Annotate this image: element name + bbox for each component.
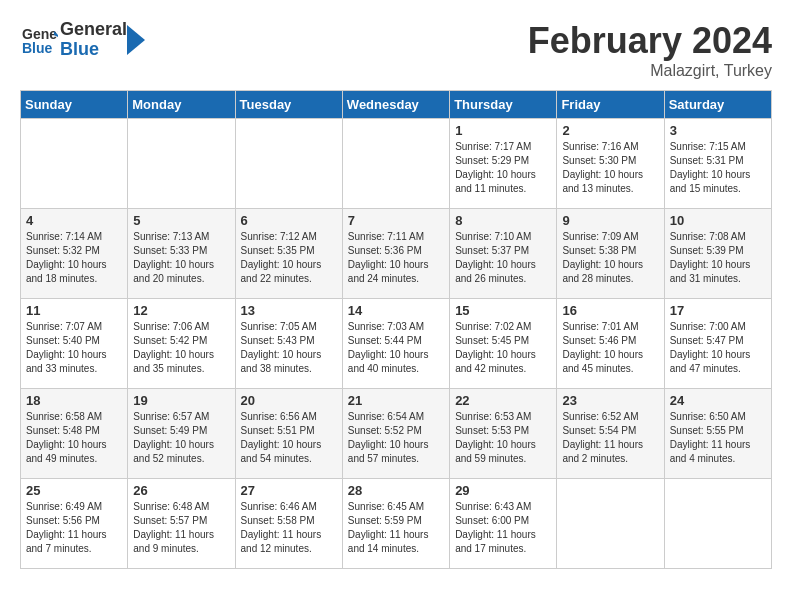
day-cell (128, 119, 235, 209)
day-cell: 8Sunrise: 7:10 AM Sunset: 5:37 PM Daylig… (450, 209, 557, 299)
day-cell: 16Sunrise: 7:01 AM Sunset: 5:46 PM Dayli… (557, 299, 664, 389)
day-info: Sunrise: 7:02 AM Sunset: 5:45 PM Dayligh… (455, 320, 551, 376)
day-cell: 22Sunrise: 6:53 AM Sunset: 5:53 PM Dayli… (450, 389, 557, 479)
day-number: 18 (26, 393, 122, 408)
day-number: 19 (133, 393, 229, 408)
day-info: Sunrise: 7:17 AM Sunset: 5:29 PM Dayligh… (455, 140, 551, 196)
day-info: Sunrise: 7:05 AM Sunset: 5:43 PM Dayligh… (241, 320, 337, 376)
day-number: 13 (241, 303, 337, 318)
day-number: 8 (455, 213, 551, 228)
header-row: SundayMondayTuesdayWednesdayThursdayFrid… (21, 91, 772, 119)
day-cell (235, 119, 342, 209)
day-cell: 18Sunrise: 6:58 AM Sunset: 5:48 PM Dayli… (21, 389, 128, 479)
day-info: Sunrise: 7:03 AM Sunset: 5:44 PM Dayligh… (348, 320, 444, 376)
logo-arrow-icon (127, 25, 145, 55)
day-cell: 27Sunrise: 6:46 AM Sunset: 5:58 PM Dayli… (235, 479, 342, 569)
day-number: 21 (348, 393, 444, 408)
day-number: 25 (26, 483, 122, 498)
day-number: 26 (133, 483, 229, 498)
calendar-table: SundayMondayTuesdayWednesdayThursdayFrid… (20, 90, 772, 569)
day-info: Sunrise: 7:06 AM Sunset: 5:42 PM Dayligh… (133, 320, 229, 376)
day-number: 29 (455, 483, 551, 498)
week-row-2: 4Sunrise: 7:14 AM Sunset: 5:32 PM Daylig… (21, 209, 772, 299)
day-number: 11 (26, 303, 122, 318)
day-info: Sunrise: 7:08 AM Sunset: 5:39 PM Dayligh… (670, 230, 766, 286)
day-number: 9 (562, 213, 658, 228)
day-cell: 11Sunrise: 7:07 AM Sunset: 5:40 PM Dayli… (21, 299, 128, 389)
day-info: Sunrise: 7:13 AM Sunset: 5:33 PM Dayligh… (133, 230, 229, 286)
day-cell: 5Sunrise: 7:13 AM Sunset: 5:33 PM Daylig… (128, 209, 235, 299)
day-info: Sunrise: 7:00 AM Sunset: 5:47 PM Dayligh… (670, 320, 766, 376)
header-cell-sunday: Sunday (21, 91, 128, 119)
header-cell-saturday: Saturday (664, 91, 771, 119)
day-number: 14 (348, 303, 444, 318)
day-cell: 6Sunrise: 7:12 AM Sunset: 5:35 PM Daylig… (235, 209, 342, 299)
day-info: Sunrise: 6:50 AM Sunset: 5:55 PM Dayligh… (670, 410, 766, 466)
day-cell: 13Sunrise: 7:05 AM Sunset: 5:43 PM Dayli… (235, 299, 342, 389)
day-cell: 7Sunrise: 7:11 AM Sunset: 5:36 PM Daylig… (342, 209, 449, 299)
header-cell-monday: Monday (128, 91, 235, 119)
day-cell: 9Sunrise: 7:09 AM Sunset: 5:38 PM Daylig… (557, 209, 664, 299)
day-info: Sunrise: 6:53 AM Sunset: 5:53 PM Dayligh… (455, 410, 551, 466)
day-cell: 21Sunrise: 6:54 AM Sunset: 5:52 PM Dayli… (342, 389, 449, 479)
day-info: Sunrise: 6:57 AM Sunset: 5:49 PM Dayligh… (133, 410, 229, 466)
day-number: 12 (133, 303, 229, 318)
header-cell-tuesday: Tuesday (235, 91, 342, 119)
subtitle: Malazgirt, Turkey (528, 62, 772, 80)
day-number: 3 (670, 123, 766, 138)
day-cell (342, 119, 449, 209)
day-number: 20 (241, 393, 337, 408)
day-info: Sunrise: 6:45 AM Sunset: 5:59 PM Dayligh… (348, 500, 444, 556)
header-cell-thursday: Thursday (450, 91, 557, 119)
week-row-3: 11Sunrise: 7:07 AM Sunset: 5:40 PM Dayli… (21, 299, 772, 389)
logo-blue: Blue (60, 40, 127, 60)
main-title: February 2024 (528, 20, 772, 62)
day-cell: 1Sunrise: 7:17 AM Sunset: 5:29 PM Daylig… (450, 119, 557, 209)
day-cell: 25Sunrise: 6:49 AM Sunset: 5:56 PM Dayli… (21, 479, 128, 569)
day-number: 4 (26, 213, 122, 228)
day-number: 16 (562, 303, 658, 318)
svg-marker-3 (127, 25, 145, 55)
day-cell: 15Sunrise: 7:02 AM Sunset: 5:45 PM Dayli… (450, 299, 557, 389)
day-cell (21, 119, 128, 209)
title-block: February 2024 Malazgirt, Turkey (528, 20, 772, 80)
week-row-5: 25Sunrise: 6:49 AM Sunset: 5:56 PM Dayli… (21, 479, 772, 569)
day-info: Sunrise: 6:58 AM Sunset: 5:48 PM Dayligh… (26, 410, 122, 466)
day-cell: 12Sunrise: 7:06 AM Sunset: 5:42 PM Dayli… (128, 299, 235, 389)
day-cell (664, 479, 771, 569)
day-info: Sunrise: 6:48 AM Sunset: 5:57 PM Dayligh… (133, 500, 229, 556)
day-number: 28 (348, 483, 444, 498)
day-info: Sunrise: 6:56 AM Sunset: 5:51 PM Dayligh… (241, 410, 337, 466)
day-cell: 19Sunrise: 6:57 AM Sunset: 5:49 PM Dayli… (128, 389, 235, 479)
day-number: 27 (241, 483, 337, 498)
day-number: 1 (455, 123, 551, 138)
logo: General Blue General Blue (20, 20, 145, 60)
day-number: 2 (562, 123, 658, 138)
day-number: 15 (455, 303, 551, 318)
day-cell: 28Sunrise: 6:45 AM Sunset: 5:59 PM Dayli… (342, 479, 449, 569)
day-cell: 10Sunrise: 7:08 AM Sunset: 5:39 PM Dayli… (664, 209, 771, 299)
day-info: Sunrise: 6:46 AM Sunset: 5:58 PM Dayligh… (241, 500, 337, 556)
svg-text:Blue: Blue (22, 40, 53, 56)
calendar-header: SundayMondayTuesdayWednesdayThursdayFrid… (21, 91, 772, 119)
day-info: Sunrise: 7:11 AM Sunset: 5:36 PM Dayligh… (348, 230, 444, 286)
day-info: Sunrise: 7:12 AM Sunset: 5:35 PM Dayligh… (241, 230, 337, 286)
page-header: General Blue General Blue February 2024 … (20, 20, 772, 80)
header-cell-friday: Friday (557, 91, 664, 119)
day-info: Sunrise: 7:16 AM Sunset: 5:30 PM Dayligh… (562, 140, 658, 196)
day-cell: 29Sunrise: 6:43 AM Sunset: 6:00 PM Dayli… (450, 479, 557, 569)
day-info: Sunrise: 6:52 AM Sunset: 5:54 PM Dayligh… (562, 410, 658, 466)
day-cell (557, 479, 664, 569)
day-info: Sunrise: 6:49 AM Sunset: 5:56 PM Dayligh… (26, 500, 122, 556)
header-cell-wednesday: Wednesday (342, 91, 449, 119)
day-number: 24 (670, 393, 766, 408)
day-info: Sunrise: 7:07 AM Sunset: 5:40 PM Dayligh… (26, 320, 122, 376)
day-number: 6 (241, 213, 337, 228)
day-info: Sunrise: 6:54 AM Sunset: 5:52 PM Dayligh… (348, 410, 444, 466)
logo-icon: General Blue (20, 21, 58, 59)
day-cell: 17Sunrise: 7:00 AM Sunset: 5:47 PM Dayli… (664, 299, 771, 389)
day-info: Sunrise: 7:10 AM Sunset: 5:37 PM Dayligh… (455, 230, 551, 286)
day-number: 17 (670, 303, 766, 318)
day-cell: 14Sunrise: 7:03 AM Sunset: 5:44 PM Dayli… (342, 299, 449, 389)
week-row-1: 1Sunrise: 7:17 AM Sunset: 5:29 PM Daylig… (21, 119, 772, 209)
